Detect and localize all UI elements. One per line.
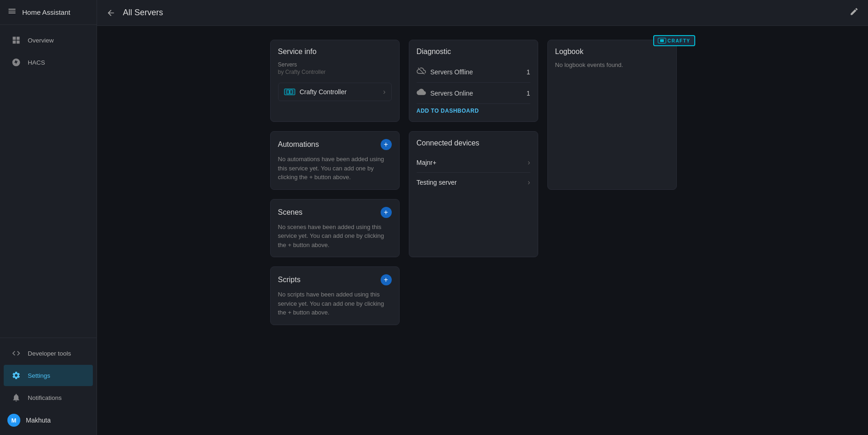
scripts-card: Scripts + No scripts have been added usi…	[270, 266, 400, 325]
device-testing-chevron: ›	[528, 178, 530, 187]
sidebar-item-settings[interactable]: Settings	[4, 365, 93, 386]
crafty-logo: CRAFTY	[653, 35, 695, 46]
diagnostic-online-left: Servers Online	[417, 87, 473, 99]
automations-title: Automations	[278, 140, 319, 149]
service-link[interactable]: Crafty Controller ›	[278, 83, 392, 101]
page-title: All Servers	[123, 8, 842, 18]
cloud-off-icon	[417, 66, 426, 78]
sidebar-item-notifications-label: Notifications	[28, 394, 62, 401]
sidebar-item-overview[interactable]: Overview	[4, 30, 93, 51]
service-info-by: by Crafty Controller	[278, 69, 392, 75]
scripts-add-button[interactable]: +	[381, 274, 392, 285]
connected-devices-title: Connected devices	[417, 139, 530, 147]
scenes-add-button[interactable]: +	[381, 207, 392, 218]
username-label: Makhuta	[26, 417, 51, 424]
connected-devices-card: Connected devices Majnr+ › Testing serve…	[409, 131, 538, 257]
sidebar-item-overview-label: Overview	[28, 37, 54, 44]
service-link-chevron: ›	[383, 88, 385, 96]
svg-rect-1	[290, 90, 292, 94]
user-item[interactable]: M Makhuta	[0, 409, 97, 431]
device-row-majnr[interactable]: Majnr+ ›	[417, 153, 530, 173]
diagnostic-offline-count: 1	[527, 68, 530, 76]
diagnostic-row-online: Servers Online 1	[417, 83, 530, 104]
automations-header: Automations +	[278, 139, 392, 150]
automations-card: Automations + No automations have been a…	[270, 131, 400, 190]
device-testing-label: Testing server	[417, 179, 457, 186]
sidebar-item-settings-label: Settings	[28, 372, 50, 379]
service-info-card: Service info Servers by Crafty Controlle…	[270, 40, 400, 122]
svg-rect-0	[286, 90, 289, 94]
scripts-header: Scripts +	[278, 274, 392, 285]
cloud-icon	[417, 87, 426, 99]
diagnostic-card: Diagnostic Servers Offline 1	[409, 40, 538, 122]
scenes-title: Scenes	[278, 208, 303, 217]
content-grid: CRAFTY Service info Servers by Crafty Co…	[270, 40, 695, 325]
sidebar-item-developer-tools[interactable]: Developer tools	[4, 343, 93, 364]
sidebar-item-hacs-label: HACS	[28, 59, 45, 66]
content-area: CRAFTY Service info Servers by Crafty Co…	[97, 26, 868, 435]
diagnostic-offline-left: Servers Offline	[417, 66, 473, 78]
hacs-icon	[11, 57, 21, 67]
avatar: M	[7, 414, 20, 427]
service-crafty-icon	[284, 89, 295, 95]
scenes-header: Scenes +	[278, 207, 392, 218]
device-majnr-label: Majnr+	[417, 159, 437, 166]
scenes-card: Scenes + No scenes have been added using…	[270, 199, 400, 258]
sidebar-nav: Overview HACS	[0, 25, 97, 338]
topbar: All Servers	[97, 0, 868, 26]
diagnostic-online-count: 1	[527, 90, 530, 97]
edit-icon[interactable]	[850, 7, 859, 18]
crafty-logo-icon	[658, 38, 666, 43]
diagnostic-online-label: Servers Online	[431, 90, 473, 97]
overview-icon	[11, 35, 21, 45]
crafty-logo-text: CRAFTY	[668, 38, 691, 43]
scripts-title: Scripts	[278, 276, 301, 284]
developer-tools-icon	[11, 348, 21, 358]
scripts-empty-text: No scripts have been added using this se…	[278, 290, 392, 317]
back-button[interactable]	[106, 8, 115, 18]
service-link-left: Crafty Controller	[284, 88, 347, 96]
logbook-card: Logbook No logbook events found.	[547, 40, 677, 190]
diagnostic-offline-label: Servers Offline	[431, 68, 473, 76]
notifications-icon	[11, 393, 21, 403]
menu-icon[interactable]	[7, 6, 17, 18]
sidebar-item-hacs[interactable]: HACS	[4, 52, 93, 73]
automations-add-button[interactable]: +	[381, 139, 392, 150]
sidebar-header: Home Assistant	[0, 0, 97, 25]
add-to-dashboard-button[interactable]: ADD TO DASHBOARD	[417, 104, 479, 114]
sidebar-item-notifications[interactable]: Notifications	[4, 387, 93, 408]
logbook-title: Logbook	[555, 48, 669, 56]
device-row-testing[interactable]: Testing server ›	[417, 173, 530, 192]
diagnostic-row-offline: Servers Offline 1	[417, 61, 530, 83]
crafty-logo-box: CRAFTY	[653, 35, 695, 46]
main-content: All Servers CRAFTY	[97, 0, 868, 435]
settings-icon	[11, 370, 21, 381]
diagnostic-title: Diagnostic	[417, 48, 530, 56]
scenes-empty-text: No scenes have been added using this ser…	[278, 223, 392, 250]
service-link-label: Crafty Controller	[300, 88, 347, 96]
automations-empty-text: No automations have been added using thi…	[278, 155, 392, 182]
service-info-title: Service info	[278, 48, 392, 56]
device-majnr-chevron: ›	[528, 158, 530, 167]
sidebar: Home Assistant Overview HACS	[0, 0, 97, 435]
sidebar-item-developer-tools-label: Developer tools	[28, 350, 71, 357]
service-info-subtitle: Servers	[278, 61, 392, 68]
app-title: Home Assistant	[22, 8, 70, 16]
sidebar-bottom: Developer tools Settings Notifications M…	[0, 338, 97, 435]
logbook-empty-text: No logbook events found.	[555, 61, 669, 68]
